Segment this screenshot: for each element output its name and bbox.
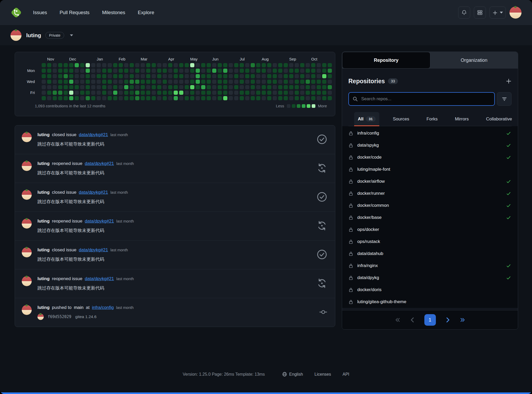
footer-link-licenses[interactable]: Licenses bbox=[315, 372, 331, 377]
profile-avatar[interactable] bbox=[10, 30, 21, 41]
nav-item-issues[interactable]: Issues bbox=[33, 10, 47, 15]
heatmap-cell bbox=[69, 96, 73, 100]
heatmap-day-wed: Wed bbox=[27, 79, 35, 84]
heatmap-cell bbox=[201, 63, 205, 67]
feed-actor-link[interactable]: luting bbox=[37, 190, 50, 195]
filter-tab-collaborative[interactable]: Collaborative bbox=[482, 112, 516, 126]
heatmap-cell bbox=[135, 91, 139, 95]
repo-search-input[interactable] bbox=[361, 96, 491, 102]
repo-row[interactable]: ops/rustack bbox=[342, 236, 518, 248]
panel-tab-organization[interactable]: Organization bbox=[430, 52, 518, 69]
heatmap-cell bbox=[300, 85, 304, 89]
feed-branch-name[interactable]: main bbox=[74, 305, 84, 310]
feed-actor-avatar[interactable] bbox=[22, 190, 32, 200]
filter-tab-mirrors[interactable]: Mirrors bbox=[451, 112, 473, 126]
repo-name: data/spykg bbox=[357, 143, 379, 148]
heatmap-cell bbox=[311, 80, 315, 84]
repo-row[interactable]: infra/config bbox=[342, 127, 518, 139]
repo-row[interactable]: data/spykg bbox=[342, 139, 518, 151]
filter-tab-sources[interactable]: Sources bbox=[389, 112, 413, 126]
nav-item-milestones[interactable]: Milestones bbox=[102, 10, 125, 15]
feed-item-content: lutingclosed issuedata/dpykg#21last mont… bbox=[37, 132, 312, 147]
feed-actor-link[interactable]: luting bbox=[37, 247, 50, 253]
feed-actor-avatar[interactable] bbox=[22, 219, 32, 229]
heatmap-cell bbox=[196, 69, 200, 73]
feed-target-link[interactable]: infra/config bbox=[92, 305, 114, 310]
legend-swatch bbox=[297, 104, 300, 108]
feed-target-link[interactable]: data/dpykg#21 bbox=[85, 161, 114, 166]
heatmap-cell bbox=[174, 69, 178, 73]
feed-actor-avatar[interactable] bbox=[22, 132, 32, 142]
repo-row[interactable]: data/dpykg bbox=[342, 272, 518, 284]
feed-actor-avatar[interactable] bbox=[22, 161, 32, 171]
feed-actor-link[interactable]: luting bbox=[37, 305, 50, 310]
heatmap-cell bbox=[207, 96, 211, 100]
heatmap-cell bbox=[251, 69, 255, 73]
pagination-next-button[interactable] bbox=[445, 317, 451, 323]
feed-actor-avatar[interactable] bbox=[22, 276, 32, 286]
heatmap-cell bbox=[97, 63, 101, 67]
check-icon bbox=[506, 131, 511, 136]
footer-link-api[interactable]: API bbox=[343, 372, 349, 377]
repo-filter-button[interactable] bbox=[497, 92, 512, 106]
user-avatar[interactable] bbox=[509, 7, 522, 19]
repo-row[interactable]: docker/base bbox=[342, 212, 518, 224]
footer-link-english[interactable]: English bbox=[282, 372, 303, 377]
feed-actor-avatar[interactable] bbox=[22, 247, 32, 257]
pagination-prev-button[interactable] bbox=[410, 317, 415, 323]
repo-row[interactable]: luting/gitea-github-theme bbox=[342, 296, 518, 308]
panel-tab-repository[interactable]: Repository bbox=[342, 52, 430, 69]
nav-item-explore[interactable]: Explore bbox=[138, 10, 154, 15]
notifications-button[interactable] bbox=[458, 7, 470, 19]
pagination-first-button[interactable] bbox=[395, 317, 400, 323]
gitea-logo-icon[interactable] bbox=[10, 6, 23, 19]
admin-panel-button[interactable] bbox=[474, 7, 486, 19]
feed-item: lutingreopened issuedata/dpykg#21last mo… bbox=[15, 269, 335, 298]
heatmap-cell bbox=[317, 63, 321, 67]
footer-link-label: English bbox=[289, 372, 303, 377]
heatmap-cell bbox=[146, 63, 150, 67]
repo-row[interactable]: ops/docker bbox=[342, 224, 518, 236]
heatmap-cell bbox=[157, 96, 161, 100]
feed-issue-title: 跳过存在版本可能导致未更新代码 bbox=[37, 256, 312, 262]
feed-actor-link[interactable]: luting bbox=[37, 161, 50, 166]
feed-target-link[interactable]: data/dpykg#21 bbox=[79, 190, 108, 195]
lock-icon bbox=[348, 167, 353, 172]
feed-actor-link[interactable]: luting bbox=[37, 276, 50, 281]
heatmap-cell bbox=[91, 74, 95, 78]
issue-closed-icon bbox=[317, 192, 327, 203]
repo-row[interactable]: infra/nginx bbox=[342, 260, 518, 272]
feed-actor-avatar[interactable] bbox=[22, 305, 32, 315]
heatmap-cell bbox=[130, 69, 134, 73]
filter-tab-forks[interactable]: Forks bbox=[423, 112, 441, 126]
heatmap-cell bbox=[179, 96, 183, 100]
feed-target-link[interactable]: data/dpykg#21 bbox=[79, 247, 108, 253]
heatmap-cell bbox=[119, 91, 123, 95]
create-new-button[interactable] bbox=[490, 7, 506, 19]
heatmap-cell bbox=[86, 80, 90, 84]
repo-row[interactable]: docker/doris bbox=[342, 284, 518, 296]
feed-target-link[interactable]: data/dpykg#21 bbox=[85, 219, 114, 224]
commit-author-avatar[interactable] bbox=[37, 314, 44, 320]
repo-row[interactable]: docker/runner bbox=[342, 187, 518, 199]
repo-row[interactable]: docker/common bbox=[342, 199, 518, 212]
new-repository-button[interactable] bbox=[506, 78, 512, 84]
repo-row[interactable]: luting/maple-font bbox=[342, 163, 518, 175]
feed-target-link[interactable]: data/dpykg#21 bbox=[85, 276, 114, 281]
heatmap-cell bbox=[124, 69, 128, 73]
pagination-last-button[interactable] bbox=[460, 317, 465, 323]
repo-row[interactable]: docker/airflow bbox=[342, 175, 518, 187]
repo-row[interactable]: data/datahub bbox=[342, 248, 518, 260]
profile-username: luting bbox=[26, 32, 41, 38]
profile-dropdown-icon[interactable] bbox=[70, 34, 73, 36]
feed-actor-link[interactable]: luting bbox=[37, 219, 50, 224]
feed-target-link[interactable]: data/dpykg#21 bbox=[79, 132, 108, 137]
commit-hash-link[interactable]: f69d552029 bbox=[48, 314, 71, 319]
heatmap-month-labels: NovDecJanFebMarAprMayJunJulAugSepOct bbox=[42, 56, 328, 63]
filter-tab-label: Sources bbox=[393, 116, 409, 122]
nav-item-pull-requests[interactable]: Pull Requests bbox=[59, 10, 89, 15]
pagination-current-page[interactable]: 1 bbox=[424, 314, 436, 326]
repo-row[interactable]: docker/code bbox=[342, 151, 518, 163]
filter-tab-all[interactable]: All31 bbox=[354, 112, 379, 126]
feed-actor-link[interactable]: luting bbox=[37, 132, 50, 137]
